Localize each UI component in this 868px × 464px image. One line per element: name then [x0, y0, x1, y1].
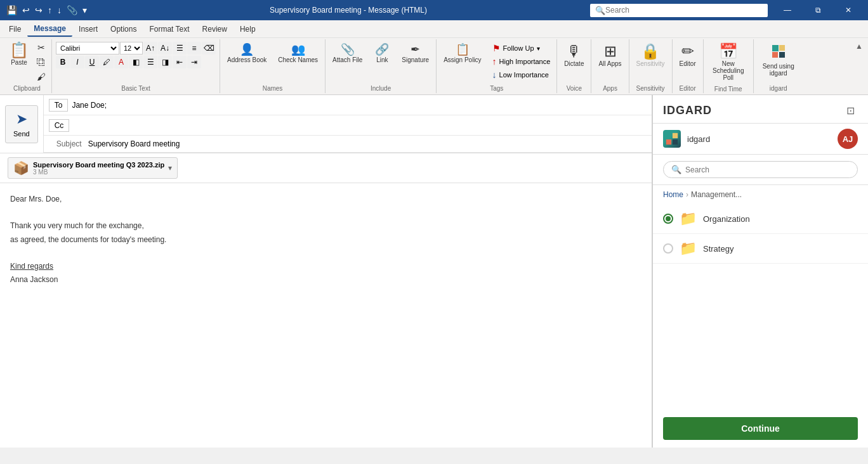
align-left-button[interactable]: ◧: [129, 56, 143, 68]
menu-options[interactable]: Options: [104, 22, 143, 36]
check-names-button[interactable]: 👥 Check Names: [273, 41, 322, 67]
font-color-button[interactable]: A: [114, 56, 128, 68]
align-center-button[interactable]: ☰: [143, 56, 157, 68]
indent-increase-button[interactable]: ⇥: [187, 56, 201, 68]
to-input[interactable]: [70, 100, 647, 111]
move-down-button[interactable]: ↓: [56, 4, 63, 16]
indent-decrease-button[interactable]: ⇤: [173, 56, 187, 68]
align-right-button[interactable]: ◨: [158, 56, 172, 68]
subject-label: Subject: [49, 139, 87, 148]
breadcrumb-home[interactable]: Home: [663, 190, 683, 199]
editor-icon: ✏: [681, 44, 694, 59]
folder-strategy[interactable]: 📁 Strategy: [653, 234, 868, 264]
sensitivity-button[interactable]: 🔒 Sensitivity: [632, 41, 669, 70]
assign-policy-button[interactable]: 📋 Assign Policy: [439, 41, 485, 67]
format-row: B I U 🖊 A ◧ ☰ ◨ ⇤ ⇥: [56, 56, 201, 68]
idgard-search-area: 🔍: [653, 155, 868, 185]
idgard-breadcrumb: Home › Management...: [653, 185, 868, 204]
copy-button[interactable]: ⿻: [34, 55, 49, 69]
low-importance-item[interactable]: ↓ Low Importance: [490, 68, 553, 81]
new-scheduling-poll-button[interactable]: 📅 New Scheduling Poll: [706, 41, 751, 84]
send-using-idgard-button[interactable]: Send using idgard: [756, 41, 801, 80]
subject-input[interactable]: [87, 138, 647, 150]
address-book-button[interactable]: 👤 Address Book: [223, 41, 271, 67]
numbering-button[interactable]: ≡: [187, 42, 201, 55]
link-button[interactable]: 🔗 Link: [369, 41, 395, 67]
folder-organization-name: Organization: [703, 214, 750, 224]
idgard-user-row: idgard AJ: [653, 124, 868, 155]
sensitivity-group: 🔒 Sensitivity Sensitivity: [629, 39, 673, 93]
editor-button[interactable]: ✏ Editor: [675, 41, 700, 70]
signature-icon: ✒: [411, 44, 420, 55]
signature-button[interactable]: ✒ Signature: [397, 41, 433, 67]
restore-button[interactable]: ⧉: [803, 0, 832, 20]
italic-button[interactable]: I: [70, 56, 84, 68]
redo-button[interactable]: ↪: [34, 4, 44, 16]
menu-help[interactable]: Help: [233, 22, 262, 36]
email-body[interactable]: Dear Mrs. Doe, Thank you very much for t…: [0, 183, 652, 448]
attachment-item[interactable]: 📦 Supervisory Board meeting Q3 2023.zip …: [8, 157, 178, 179]
bullets-button[interactable]: ☰: [173, 42, 187, 55]
collapse-ribbon-button[interactable]: ▲: [855, 42, 863, 51]
dictate-button[interactable]: 🎙 Dictate: [560, 41, 588, 70]
recipient-fields: To Cc Subject: [44, 95, 652, 153]
menu-insert[interactable]: Insert: [72, 22, 104, 36]
clear-format-button[interactable]: ⌫: [202, 42, 216, 55]
follow-up-item[interactable]: ⚑ Follow Up ▾: [490, 42, 553, 55]
all-apps-button[interactable]: ⊞ All Apps: [594, 41, 626, 70]
main-content: ➤ Send To Cc Subject: [0, 95, 868, 448]
ribbon-collapse[interactable]: ▲: [853, 39, 865, 93]
svg-rect-2: [772, 52, 778, 58]
paste-button[interactable]: 📋 Paste: [5, 41, 33, 84]
highlight-button[interactable]: 🖊: [100, 56, 114, 68]
idgard-close-button[interactable]: ⊡: [843, 103, 858, 118]
dictate-icon: 🎙: [567, 44, 582, 59]
cc-label-button[interactable]: Cc: [49, 119, 70, 132]
idgard-search-input[interactable]: [685, 165, 850, 174]
format-painter-button[interactable]: 🖌: [34, 70, 49, 84]
clipboard-sub: ✂ ⿻ 🖌: [34, 41, 49, 84]
tags-group: 📋 Assign Policy ⚑ Follow Up ▾ ↑ High Imp…: [437, 39, 557, 93]
to-label-button[interactable]: To: [49, 99, 69, 112]
basic-text-group: Calibri 12 A↑ A↓ ☰ ≡ ⌫ B I U 🖊 A ◧ ☰ ◨: [52, 39, 220, 93]
toolbar-dropdown-button[interactable]: ▾: [81, 4, 88, 16]
attachment-info: Supervisory Board meeting Q3 2023.zip 3 …: [33, 161, 164, 176]
cut-button[interactable]: ✂: [34, 41, 49, 55]
move-up-button[interactable]: ↑: [46, 4, 53, 16]
menu-file[interactable]: File: [3, 22, 27, 36]
folder-strategy-icon: 📁: [680, 240, 697, 257]
title-search-container: 🔍: [590, 4, 768, 17]
attachment-icon: 📦: [13, 160, 29, 176]
search-icon: 🔍: [595, 6, 605, 15]
high-importance-item[interactable]: ↑ High Importance: [490, 55, 553, 68]
menu-format-text[interactable]: Format Text: [143, 22, 195, 36]
menu-review[interactable]: Review: [196, 22, 233, 36]
font-family-select[interactable]: Calibri: [56, 42, 119, 55]
minimize-button[interactable]: —: [773, 0, 802, 20]
tags-sub: ⚑ Follow Up ▾ ↑ High Importance ↓ Low Im…: [489, 41, 555, 82]
cc-input[interactable]: [72, 120, 647, 131]
idgard-search-container: 🔍: [663, 161, 858, 178]
close-button[interactable]: ✕: [834, 0, 863, 20]
bold-button[interactable]: B: [56, 56, 70, 68]
send-button[interactable]: ➤ Send: [5, 105, 38, 143]
folder-organization-radio[interactable]: [663, 214, 673, 224]
folder-strategy-radio[interactable]: [663, 243, 673, 254]
grow-font-button[interactable]: A↑: [143, 42, 157, 55]
undo-button[interactable]: ↩: [21, 4, 31, 16]
underline-button[interactable]: U: [85, 56, 99, 68]
save-button[interactable]: 💾: [5, 4, 18, 16]
attach-quick-button[interactable]: 📎: [65, 4, 79, 16]
font-size-select[interactable]: 12: [120, 42, 143, 55]
menu-message[interactable]: Message: [27, 22, 72, 37]
continue-button[interactable]: Continue: [663, 417, 858, 440]
shrink-font-button[interactable]: A↓: [158, 42, 172, 55]
attachment-bar: 📦 Supervisory Board meeting Q3 2023.zip …: [0, 153, 652, 183]
all-apps-icon: ⊞: [604, 44, 617, 59]
attach-file-button[interactable]: 📎 Attach File: [328, 41, 367, 67]
title-search-input[interactable]: [605, 6, 763, 15]
include-label: Include: [328, 84, 433, 92]
names-label: Names: [223, 84, 322, 92]
breadcrumb-current: Management...: [691, 190, 742, 199]
folder-organization[interactable]: 📁 Organization: [653, 204, 868, 234]
